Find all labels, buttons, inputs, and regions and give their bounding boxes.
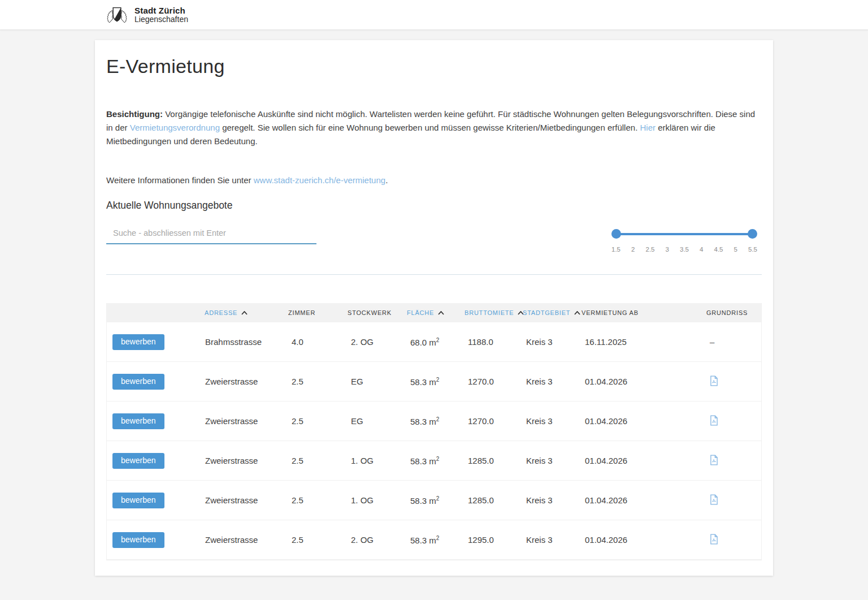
header-cell-zimmer[interactable]: ZIMMER — [287, 309, 346, 316]
table-row: bewerben Zweierstrasse 2.5 1. OG 58.3 m2… — [107, 481, 761, 520]
table-row: bewerben Brahmsstrasse 4.0 2. OG 68.0 m2… — [107, 322, 761, 362]
table-row: bewerben Zweierstrasse 2.5 EG 58.3 m2 12… — [107, 402, 761, 441]
zimmer-cell: 4.0 — [287, 337, 346, 347]
header-label-zimmer: ZIMMER — [288, 309, 315, 316]
slider-handle-min[interactable] — [611, 229, 621, 239]
slider-tick-label: 2.5 — [646, 246, 655, 253]
bewerben-button[interactable]: bewerben — [112, 453, 164, 469]
header-label-adresse: ADRESSE — [205, 309, 237, 316]
bruttomiete-cell: 1285.0 — [463, 495, 521, 505]
slider-tick-label: 1.5 — [611, 246, 620, 253]
bruttomiete-cell: 1285.0 — [463, 456, 521, 465]
zimmer-cell: 2.5 — [287, 495, 346, 505]
grundriss-pdf-icon[interactable] — [710, 494, 718, 505]
grundriss-cell — [705, 415, 761, 428]
stadtgebiet-cell: Kreis 3 — [521, 495, 580, 505]
vermietung-ab-cell: 01.04.2026 — [580, 416, 705, 426]
stadtgebiet-cell: Kreis 3 — [521, 416, 580, 426]
grundriss-cell — [705, 455, 761, 467]
top-header-bar: Stadt Zürich Liegenschaften — [0, 0, 868, 30]
slider-tick-label: 3.5 — [680, 246, 689, 253]
table-row: bewerben Zweierstrasse 2.5 2. OG 58.3 m2… — [107, 520, 761, 560]
adresse-cell: Brahmsstrasse — [203, 337, 287, 347]
zimmer-cell: 2.5 — [287, 535, 346, 545]
stockwerk-cell: 1. OG — [346, 495, 405, 505]
bewerben-button[interactable]: bewerben — [112, 413, 164, 429]
header-cell-stadtgebiet[interactable]: STADTGEBIET — [521, 309, 580, 316]
bewerben-button[interactable]: bewerben — [112, 532, 164, 548]
bewerben-button[interactable]: bewerben — [112, 334, 164, 350]
bewerben-button[interactable]: bewerben — [112, 374, 164, 390]
vermietungsverordnung-link[interactable]: Vermietungsverordnung — [130, 123, 220, 132]
slider-tick-label: 2 — [631, 246, 635, 253]
header-label-flaeche: FLÄCHE — [407, 309, 434, 316]
info-text-suffix: . — [385, 175, 388, 185]
header-cell-bruttomiete[interactable]: BRUTTOMIETE — [463, 309, 521, 316]
filter-controls: 1.522.533.544.555.5 — [106, 223, 762, 254]
table-body: bewerben Brahmsstrasse 4.0 2. OG 68.0 m2… — [107, 322, 761, 560]
sort-ascending-icon — [438, 311, 444, 315]
logo-title: Stadt Zürich — [134, 6, 188, 16]
flaeche-cell: 58.3 m2 — [405, 377, 463, 387]
stockwerk-cell: 2. OG — [346, 535, 405, 545]
slider-handle-max[interactable] — [748, 229, 757, 239]
zimmer-cell: 2.5 — [287, 416, 346, 426]
slider-tick-label: 5 — [734, 246, 737, 253]
slider-tick-label: 3 — [666, 246, 669, 253]
adresse-cell: Zweierstrasse — [203, 377, 287, 386]
action-cell: bewerben — [107, 532, 203, 548]
info-text-prefix: Weitere Informationen finden Sie unter — [106, 175, 254, 185]
grundriss-pdf-icon[interactable] — [710, 415, 718, 426]
listings-table: ADRESSE ZIMMER STOCKWERK FLÄCHE BRUTTOMI… — [106, 303, 762, 560]
slider-track — [616, 233, 753, 235]
grundriss-cell — [705, 375, 761, 388]
rooms-range-slider: 1.522.533.544.555.5 — [611, 229, 757, 254]
table-row: bewerben Zweierstrasse 2.5 1. OG 58.3 m2… — [107, 441, 761, 481]
header-label-grundriss: GRUNDRISS — [706, 309, 748, 316]
vermietung-ab-cell: 01.04.2026 — [580, 456, 705, 465]
table-row: bewerben Zweierstrasse 2.5 EG 58.3 m2 12… — [107, 362, 761, 402]
section-divider — [106, 274, 762, 275]
adresse-cell: Zweierstrasse — [203, 416, 287, 426]
section-subtitle: Aktuelle Wohnungsangebote — [106, 200, 762, 211]
flaeche-cell: 58.3 m2 — [405, 495, 463, 506]
header-label-stockwerk: STOCKWERK — [348, 309, 392, 316]
content-card: E-Vermietung Besichtigung: Vorgängige te… — [95, 40, 773, 576]
stadt-zuerich-logo[interactable]: Stadt Zürich Liegenschaften — [105, 5, 188, 24]
logo-subtitle: Liegenschaften — [134, 15, 188, 24]
hier-link[interactable]: Hier — [640, 123, 656, 132]
header-cell-flaeche[interactable]: FLÄCHE — [405, 309, 463, 316]
no-grundriss-dash: – — [710, 337, 714, 347]
vermietung-ab-cell: 01.04.2026 — [580, 495, 705, 505]
stadtgebiet-cell: Kreis 3 — [521, 377, 580, 386]
flaeche-cell: 58.3 m2 — [405, 535, 463, 545]
grundriss-pdf-icon[interactable] — [710, 534, 718, 545]
stadtgebiet-cell: Kreis 3 — [521, 456, 580, 465]
sort-ascending-icon — [241, 311, 248, 315]
e-vermietung-link[interactable]: www.stadt-zuerich.ch/e-vermietung — [254, 175, 385, 185]
stadtgebiet-cell: Kreis 3 — [521, 535, 580, 545]
header-cell-vermietung-ab[interactable]: VERMIETUNG AB — [580, 309, 705, 316]
bewerben-button[interactable]: bewerben — [112, 493, 164, 508]
slider-tick-label: 4 — [700, 246, 703, 253]
vermietung-ab-cell: 01.04.2026 — [580, 377, 705, 386]
stockwerk-cell: EG — [346, 416, 405, 426]
vermietung-ab-cell: 16.11.2025 — [580, 337, 705, 347]
table-header-row: ADRESSE ZIMMER STOCKWERK FLÄCHE BRUTTOMI… — [107, 303, 761, 322]
grundriss-cell — [705, 494, 761, 507]
grundriss-pdf-icon[interactable] — [710, 455, 718, 465]
header-cell-stockwerk[interactable]: STOCKWERK — [346, 309, 405, 316]
flaeche-cell: 68.0 m2 — [405, 337, 463, 347]
bruttomiete-cell: 1270.0 — [463, 416, 521, 426]
grundriss-pdf-icon[interactable] — [710, 375, 718, 386]
intro-text: Besichtigung: Vorgängige telefonische Au… — [106, 107, 762, 148]
action-cell: bewerben — [107, 374, 203, 390]
header-cell-grundriss[interactable]: GRUNDRISS — [705, 309, 761, 316]
slider-tick-label: 5.5 — [748, 246, 757, 253]
search-input[interactable] — [106, 223, 316, 244]
action-cell: bewerben — [107, 493, 203, 508]
header-cell-adresse[interactable]: ADRESSE — [203, 309, 287, 316]
action-cell: bewerben — [107, 453, 203, 469]
header-label-vermietung-ab: VERMIETUNG AB — [581, 309, 639, 316]
header-label-stadtgebiet: STADTGEBIET — [523, 309, 570, 316]
